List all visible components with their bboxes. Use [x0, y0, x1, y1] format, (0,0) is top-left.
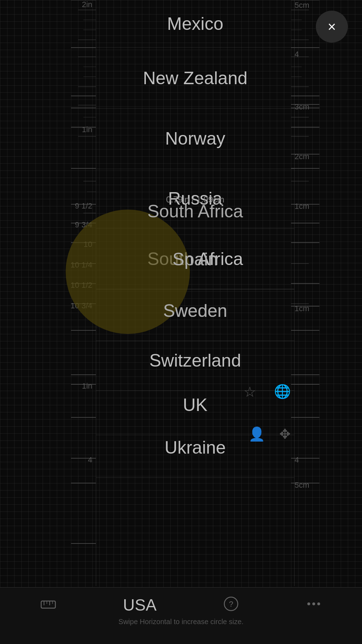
help-icon: ?: [223, 596, 239, 612]
right-ruler-labels: 5cm 4 3cm 2cm 1cm 1cm 4 5cm: [291, 0, 362, 644]
ruler-label-1cm-1: 1cm: [295, 202, 309, 211]
ruler-button[interactable]: [40, 598, 56, 611]
svg-rect-65: [41, 601, 55, 608]
svg-text:?: ?: [229, 600, 233, 608]
toolbar-country: USA: [123, 595, 157, 615]
help-button[interactable]: ?: [223, 596, 239, 613]
svg-point-73: [312, 602, 315, 605]
ruler-label-5cm-bottom: 5cm: [295, 481, 309, 490]
sweden-label: Sweden: [96, 281, 295, 341]
bottom-toolbar: USA ? Swipe Horizontal to increase circl…: [0, 587, 362, 644]
action-icons-row2: 👤 ✥: [248, 426, 291, 442]
toolbar-hint: Swipe Horizontal to increase circle size…: [119, 618, 243, 626]
ruler-label-1in-2: 1in: [82, 381, 92, 391]
crop-icon[interactable]: ✥: [279, 426, 291, 442]
svg-point-72: [307, 602, 310, 605]
list-item[interactable]: Norway: [96, 108, 294, 169]
ruler-label-1cm-2: 1cm: [295, 304, 309, 313]
star-icon[interactable]: ☆: [243, 384, 256, 400]
left-ruler-labels: 2in 1in 9 1/2 9 3/4 10 10 1/4 10 1/2 10 …: [0, 0, 96, 644]
more-button[interactable]: [306, 596, 322, 613]
svg-point-74: [317, 602, 320, 605]
ruler-label-4-right: 4: [295, 50, 299, 59]
profile-icon[interactable]: 👤: [248, 426, 265, 442]
dots-icon: [306, 596, 322, 612]
ruler-label-1in-1: 1in: [82, 125, 92, 134]
action-icons-row: ☆ 🌐: [243, 384, 291, 400]
list-item[interactable]: New Zealand: [96, 48, 294, 109]
close-icon: ×: [328, 20, 336, 34]
list-item[interactable]: Mexico: [96, 0, 294, 48]
ruler-container: 2in 1in 9 1/2 9 3/4 10 10 1/4 10 1/2 10 …: [0, 0, 362, 644]
ruler-label-3cm: 3cm: [295, 102, 309, 112]
ruler-label-2in: 2in: [82, 0, 92, 9]
close-button[interactable]: ×: [316, 11, 348, 43]
ruler-label-2cm: 2cm: [295, 152, 309, 161]
measurement-display: 0.79in / 1.99cm: [96, 195, 294, 205]
ruler-icon: [40, 598, 56, 611]
ruler-label-4-right2: 4: [295, 455, 299, 465]
ruler-label-9half: 9 1/2: [75, 201, 92, 211]
ruler-label-5cm-top: 5cm: [295, 1, 309, 10]
ruler-label-4: 4: [88, 455, 92, 465]
toolbar-icons-row: USA ?: [0, 588, 362, 616]
globe-icon[interactable]: 🌐: [274, 384, 291, 400]
